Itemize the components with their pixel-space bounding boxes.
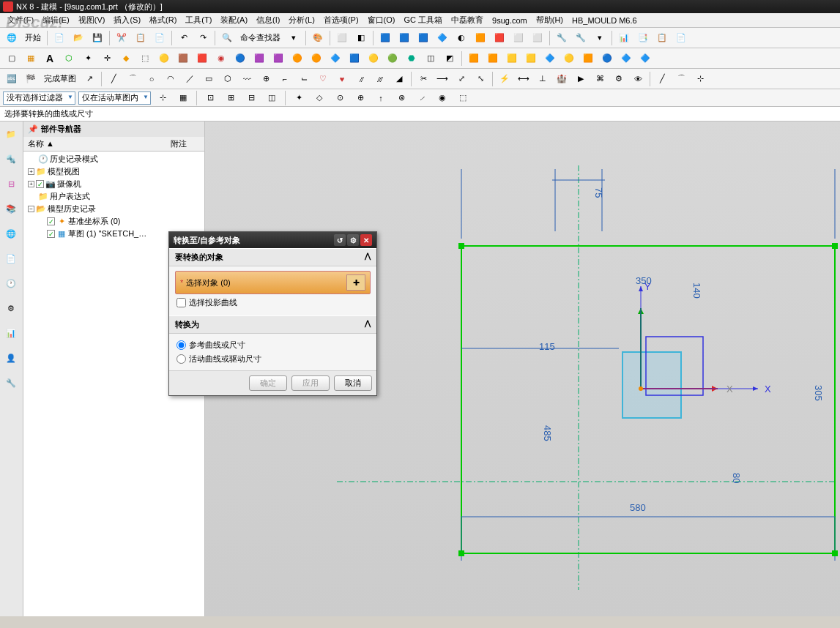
save-icon[interactable]: 💾 xyxy=(89,29,106,47)
feature-icon[interactable]: 🟢 xyxy=(384,50,401,67)
tool-icon[interactable]: ♡ xyxy=(314,70,332,88)
dim-305[interactable]: 305 xyxy=(813,385,824,401)
feature-icon[interactable]: ◉ xyxy=(212,50,230,67)
cube-icon[interactable]: ⬜ xyxy=(529,29,546,47)
feature-icon[interactable]: 🟧 xyxy=(484,50,502,67)
expand-icon[interactable]: + xyxy=(28,168,34,175)
snap-icon[interactable]: ⊕ xyxy=(352,89,369,107)
constraint-navigator-icon[interactable]: ⊟ xyxy=(1,174,21,193)
col-name[interactable]: 名称 ▲ xyxy=(28,138,171,149)
radio-active-input[interactable] xyxy=(176,354,186,364)
feature-icon[interactable]: 🟡 xyxy=(365,50,382,67)
spline-icon[interactable]: 〰 xyxy=(238,70,256,88)
point-icon[interactable]: ✛ xyxy=(98,50,116,67)
tree-user-expr[interactable]: 📁 用户表达式 xyxy=(25,190,203,203)
snap-icon[interactable]: ⊙ xyxy=(331,89,349,107)
cancel-button[interactable]: 取消 xyxy=(334,375,372,391)
snap-icon[interactable]: ⊗ xyxy=(393,89,410,107)
feature-icon[interactable]: 🔷 xyxy=(327,50,344,67)
tool-icon[interactable]: ⤡ xyxy=(472,70,489,88)
snap-icon[interactable]: ◇ xyxy=(311,89,328,107)
menu-window[interactable]: 窗口(O) xyxy=(363,15,400,26)
dropdown-icon[interactable]: ▾ xyxy=(285,29,302,47)
snap-icon[interactable]: ✦ xyxy=(290,89,308,107)
tool-icon[interactable]: ⊹ xyxy=(154,89,171,107)
dim-80[interactable]: 80 xyxy=(731,473,742,483)
extend-icon[interactable]: ⟶ xyxy=(434,70,451,88)
tool-icon[interactable]: 📊 xyxy=(615,29,633,47)
dim-icon[interactable]: ⟷ xyxy=(515,70,532,88)
cut-icon[interactable]: ✂️ xyxy=(113,29,130,47)
menu-tools[interactable]: 工具(T) xyxy=(181,15,216,26)
menu-view[interactable]: 视图(V) xyxy=(74,15,110,26)
select-target-icon[interactable]: ✚ xyxy=(346,274,365,291)
cube-icon[interactable]: 🟦 xyxy=(395,29,413,47)
close-icon[interactable]: ✕ xyxy=(360,234,372,246)
tool-icon[interactable]: ◧ xyxy=(352,29,370,47)
sketch-name-icon[interactable]: 🔤 xyxy=(3,70,21,88)
finish-sketch-icon[interactable]: 🏁 xyxy=(22,70,40,88)
fillet-icon[interactable]: ⌐ xyxy=(276,70,294,88)
orient-icon[interactable]: ↗ xyxy=(81,70,98,88)
select-object-row[interactable]: * 选择对象 (0) ✚ xyxy=(175,271,371,294)
tool-icon[interactable]: ⫽ xyxy=(352,70,370,88)
feature-icon[interactable]: 🔷 xyxy=(617,50,635,67)
radio-active[interactable]: 活动曲线或驱动尺寸 xyxy=(175,352,371,366)
system-icon[interactable]: ⚙ xyxy=(1,299,21,318)
feature-icon[interactable]: 🔷 xyxy=(636,50,654,67)
tool-icon[interactable]: ⊟ xyxy=(242,89,260,107)
trim-icon[interactable]: ✂ xyxy=(415,70,432,88)
tool-icon[interactable]: 🔧 xyxy=(553,29,570,47)
feature-icon[interactable]: 🟪 xyxy=(250,50,268,67)
feature-icon[interactable]: 🟪 xyxy=(270,50,287,67)
tool-icon[interactable]: ⫻ xyxy=(371,70,389,88)
feature-icon[interactable]: 🟨 xyxy=(522,50,540,67)
tool-icon[interactable]: ♥ xyxy=(333,70,351,88)
tool-icon[interactable]: 📄 xyxy=(672,29,690,47)
tool-icon[interactable]: ⌘ xyxy=(591,70,609,88)
tree-camera[interactable]: + ✓ 📷 摄像机 xyxy=(25,178,203,190)
web-browser-icon[interactable]: 🌐 xyxy=(1,224,21,243)
constraint-icon[interactable]: ⊥ xyxy=(534,70,551,88)
snap-icon[interactable]: ⟋ xyxy=(413,89,431,107)
feature-icon[interactable]: 🟦 xyxy=(346,50,363,67)
dim-75[interactable]: 75 xyxy=(593,187,604,198)
ok-button[interactable]: 确定 xyxy=(249,375,287,391)
tool-icon[interactable]: ⚙ xyxy=(610,70,628,88)
cube-icon[interactable]: 🟧 xyxy=(472,29,489,47)
collapse-icon[interactable]: − xyxy=(28,206,34,212)
menu-format[interactable]: 格式(R) xyxy=(145,15,181,26)
tool-icon[interactable]: 🔧 xyxy=(572,29,590,47)
tool-icon[interactable]: ⊞ xyxy=(222,89,239,107)
projection-checkbox[interactable] xyxy=(176,298,186,307)
feature-icon[interactable]: ◩ xyxy=(441,50,458,67)
feature-icon[interactable]: 🟠 xyxy=(289,50,306,67)
line-icon[interactable]: ╱ xyxy=(653,70,671,88)
tool-icon[interactable]: 👁 xyxy=(629,70,647,88)
menu-zhonglei[interactable]: 中磊教育 xyxy=(447,15,488,26)
menu-analysis[interactable]: 分析(L) xyxy=(284,15,319,26)
feature-icon[interactable]: ⬣ xyxy=(403,50,420,67)
paste-icon[interactable]: 📄 xyxy=(151,29,168,47)
tool-icon[interactable]: ⊹ xyxy=(691,70,709,88)
menu-preferences[interactable]: 首选项(P) xyxy=(319,15,363,26)
curve-icon[interactable]: ⬡ xyxy=(60,50,78,67)
tool-icon[interactable]: 🏰 xyxy=(553,70,570,88)
line-icon[interactable]: ╱ xyxy=(105,70,122,88)
csys-icon[interactable]: ⬚ xyxy=(136,50,154,67)
polygon-icon[interactable]: ⬡ xyxy=(219,70,237,88)
feature-icon[interactable]: 🟧 xyxy=(465,50,483,67)
line-icon[interactable]: ／ xyxy=(181,70,198,88)
tree-datum-csys[interactable]: ✓ ✦ 基准坐标系 (0) xyxy=(25,215,203,228)
open-icon[interactable]: 📂 xyxy=(70,29,87,47)
menu-gc[interactable]: GC 工具箱 xyxy=(399,15,447,26)
expand-icon[interactable]: + xyxy=(28,181,34,187)
rect-icon[interactable]: ▭ xyxy=(200,70,218,88)
feature-icon[interactable]: 🟠 xyxy=(308,50,325,67)
tool-icon[interactable]: ⤢ xyxy=(453,70,470,88)
plane-icon[interactable]: ◆ xyxy=(117,50,135,67)
box-select-icon[interactable]: ⬜ xyxy=(333,29,351,47)
select-projection-row[interactable]: 选择投影曲线 xyxy=(175,294,371,311)
tool-icon[interactable]: ◫ xyxy=(263,89,280,107)
copy-icon[interactable]: 📋 xyxy=(132,29,149,47)
